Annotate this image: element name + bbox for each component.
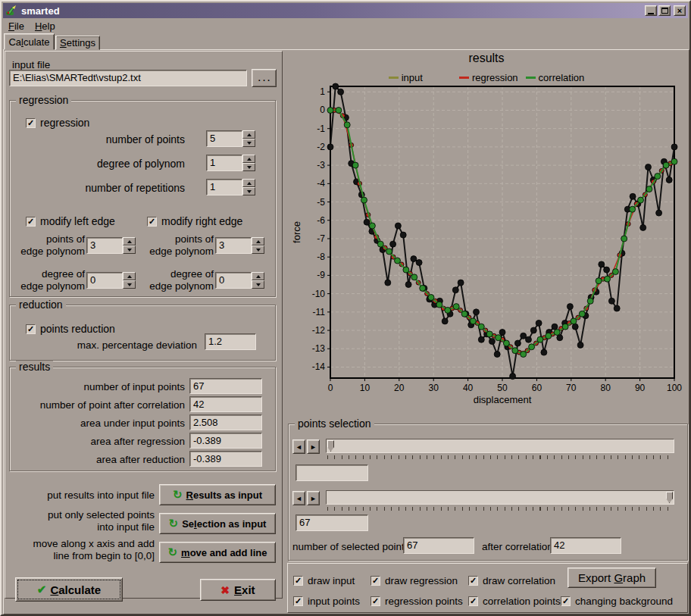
title-bar: smarted × (3, 3, 688, 18)
left-points-of-edge-field[interactable]: 3 (86, 237, 123, 254)
from-slider-thumb[interactable] (327, 440, 334, 452)
to-slider-left-button[interactable]: ◄ (292, 491, 305, 505)
from-slider-right-button[interactable]: ► (307, 439, 320, 454)
down-arrow-icon (256, 283, 261, 286)
svg-text:-8: -8 (317, 252, 325, 262)
spin-up-button[interactable] (123, 237, 136, 245)
export-graph-button[interactable]: Export Graph (567, 568, 656, 588)
max-deviation-field[interactable]: 1.2 (205, 333, 256, 350)
tab-calculate[interactable]: Calculate (4, 33, 55, 50)
regression-group-title: regression (16, 94, 71, 106)
up-arrow-icon (247, 158, 252, 161)
spin-up-button[interactable] (252, 272, 264, 280)
number-of-points-field[interactable]: 5 (206, 130, 242, 147)
result-value[interactable]: -0.389 (189, 451, 262, 467)
from-slider-track[interactable] (326, 439, 674, 453)
maximize-button[interactable] (658, 5, 671, 16)
right-degree-of-edge-field[interactable]: 0 (215, 272, 252, 289)
spin-down-button[interactable] (242, 187, 255, 195)
chart-legend: input regression correlation (327, 72, 646, 83)
draw-input-checkbox[interactable]: ✓ draw input (293, 575, 355, 586)
left-degree-of-edge-spinner (123, 272, 136, 289)
to-value-field[interactable]: 67 (295, 514, 368, 531)
regression-checkbox[interactable]: ✓ regression (26, 117, 89, 129)
spin-up-button[interactable] (252, 237, 264, 245)
result-value[interactable]: 67 (189, 378, 262, 394)
right-points-of-edge-label: points ofedge polynom (141, 233, 214, 258)
after-correlation-field[interactable]: 42 (550, 537, 621, 554)
left-degree-of-edge-field[interactable]: 0 (86, 272, 123, 289)
modify-left-edge-checkbox[interactable]: ✓ modify left edge (26, 215, 115, 227)
svg-text:0: 0 (320, 105, 325, 115)
from-slider-left-button[interactable]: ◄ (292, 439, 305, 454)
right-points-of-edge-field[interactable]: 3 (215, 237, 252, 254)
right-arrow-icon: ► (310, 443, 317, 451)
input-file-field[interactable]: E:\Elias\SMARTedt\vstup2.txt (9, 70, 247, 86)
up-arrow-icon (256, 275, 261, 278)
draw-regression-checkbox[interactable]: ✓ draw regression (371, 575, 458, 586)
spin-up-button[interactable] (242, 130, 255, 139)
result-value[interactable]: -0.389 (189, 433, 262, 449)
move-and-add-line-button[interactable]: ↻ move and add line (159, 542, 276, 563)
checkbox-box: ✓ (371, 576, 380, 586)
minimize-button[interactable] (645, 5, 657, 16)
degree-of-polynom-spinner (242, 155, 255, 171)
spin-up-button[interactable] (242, 155, 255, 163)
spin-down-button[interactable] (252, 245, 264, 254)
number-of-points-spinner (242, 130, 255, 147)
calculate-button[interactable]: ✔ Calculate (15, 577, 123, 602)
checkbox-box: ✓ (147, 217, 157, 227)
selected-points-field[interactable]: 67 (403, 537, 474, 554)
svg-text:-12: -12 (312, 325, 326, 336)
svg-text:30: 30 (429, 383, 439, 393)
checkbox-box: ✓ (26, 118, 36, 128)
tab-settings[interactable]: Settings (55, 36, 100, 50)
degree-of-polynom-field[interactable]: 1 (206, 155, 242, 171)
number-of-repetitions-spinner (242, 179, 255, 195)
to-slider-right-button[interactable]: ► (307, 491, 320, 505)
svg-text:-2: -2 (317, 142, 325, 152)
selection-as-input-button[interactable]: ↻ Selection as input (159, 513, 276, 534)
down-arrow-icon (127, 283, 132, 286)
result-value[interactable]: 2.508 (189, 414, 262, 430)
menu-help[interactable]: Help (30, 19, 61, 33)
points-reduction-checkbox[interactable]: ✓ points reduction (26, 323, 115, 335)
modify-right-edge-checkbox[interactable]: ✓ modify right edge (147, 215, 242, 227)
legend-dash-regression (459, 77, 469, 79)
changing-background-checkbox[interactable]: ✓ changing background (561, 596, 673, 607)
results-group-title: results (16, 361, 53, 373)
app-window: smarted × File Help Calculate Settings i… (0, 0, 691, 616)
regression-points-checkbox[interactable]: ✓ regression points (371, 596, 463, 607)
result-value[interactable]: 42 (189, 396, 262, 412)
selection-as-input-desc: put only selected pointsinto input file (29, 509, 155, 533)
input-file-label: input file (12, 59, 50, 70)
menu-file[interactable]: File (3, 19, 30, 33)
after-correlation-label: after correlation (482, 541, 553, 552)
results-as-input-button[interactable]: ↻ Results as input (159, 484, 276, 505)
result-label: area under input points (11, 417, 185, 429)
spin-down-button[interactable] (242, 163, 255, 171)
to-slider-thumb[interactable] (666, 492, 673, 503)
spin-down-button[interactable] (123, 245, 136, 254)
spin-down-button[interactable] (242, 139, 255, 147)
from-value-field[interactable] (295, 464, 368, 481)
spin-up-button[interactable] (123, 272, 136, 280)
browse-button[interactable]: . . . (252, 69, 277, 87)
close-button[interactable]: × (674, 5, 686, 16)
legend-label-correlation: correlation (539, 72, 585, 83)
spin-down-button[interactable] (123, 280, 136, 289)
spin-up-button[interactable] (242, 179, 255, 187)
to-slider-track[interactable] (326, 490, 674, 505)
svg-text:0: 0 (328, 383, 333, 393)
from-slider-ticks (327, 455, 674, 459)
checkbox-box: ✓ (26, 217, 36, 227)
degree-of-polynom-label: degree of polynom (47, 158, 185, 170)
correlation-points-checkbox[interactable]: ✓ correlation points (468, 596, 561, 607)
up-arrow-icon (247, 133, 252, 136)
input-points-checkbox[interactable]: ✓ input points (293, 596, 360, 607)
spin-down-button[interactable] (252, 280, 264, 289)
recycle-icon: ↻ (173, 488, 183, 502)
exit-button[interactable]: ✖ Exit (200, 579, 276, 601)
number-of-repetitions-field[interactable]: 1 (206, 179, 242, 195)
draw-correlation-checkbox[interactable]: ✓ draw correlation (468, 575, 555, 586)
